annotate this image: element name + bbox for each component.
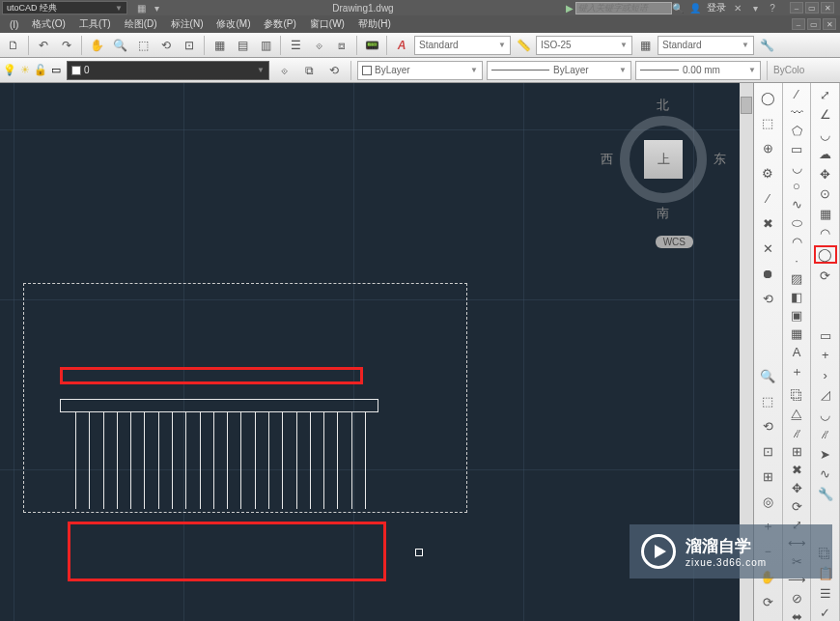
pline-button[interactable]: 〰 [785, 105, 808, 120]
layer-p-button[interactable]: ☰ [814, 585, 837, 602]
orbit-button[interactable]: ⟳ [756, 591, 779, 612]
viewcube-south[interactable]: 南 [657, 205, 669, 222]
doc-minimize-button[interactable]: – [792, 18, 805, 30]
hatch-button[interactable]: ▨ [785, 271, 808, 286]
grad-button[interactable]: ◧ [785, 290, 808, 304]
zoom-prev-button[interactable]: ⟲ [756, 415, 779, 437]
dimstyle-icon[interactable]: 📏 [513, 35, 534, 56]
menu-modify[interactable]: 修改(M) [210, 17, 256, 31]
rewind-button[interactable]: ⟲ [756, 288, 779, 309]
menu-parametric[interactable]: 参数(P) [258, 17, 301, 31]
help-dropdown-icon[interactable]: ▾ [749, 2, 761, 14]
undo-button[interactable]: ↶ [33, 35, 54, 56]
menu-help[interactable]: 帮助(H) [352, 17, 397, 31]
text-style-combo[interactable]: Standard▼ [414, 36, 511, 55]
sheet-set-button[interactable]: ▤ [232, 35, 253, 56]
layer-states-button[interactable]: ⟐ [273, 60, 294, 81]
array-button[interactable]: ⊞ [785, 444, 808, 459]
break-button[interactable]: ⊘ [785, 591, 808, 606]
lock-icon[interactable]: 🔓 [34, 64, 47, 77]
viewcube-east[interactable]: 东 [714, 151, 726, 168]
double-button[interactable]: ⫽ [814, 427, 837, 443]
layer-color-icon[interactable]: ▭ [49, 64, 63, 77]
grid-button[interactable]: ▦ [814, 206, 837, 222]
polygon-button[interactable]: ⬠ [785, 124, 808, 138]
line-button[interactable]: ∕ [785, 87, 808, 101]
curve2-button[interactable]: ∿ [814, 466, 837, 483]
close-button[interactable]: ✕ [821, 2, 834, 14]
offset-button[interactable]: ⫽ [785, 426, 808, 440]
viewcube-face-top[interactable]: 上 [644, 140, 683, 179]
bulb-icon[interactable]: 💡 [3, 64, 16, 77]
curve-button[interactable]: ◡ [814, 127, 837, 143]
wcs-badge[interactable]: WCS [656, 236, 693, 248]
radius-button[interactable]: ◠ [814, 226, 837, 242]
layer-match-button[interactable]: ⧉ [298, 60, 320, 81]
search-input[interactable] [575, 2, 672, 14]
join-button[interactable]: ⬌ [785, 609, 808, 621]
search-icon[interactable]: 🔍 [672, 2, 684, 14]
viewcube-west[interactable]: 西 [601, 151, 613, 168]
zoom-win-button[interactable]: ⬚ [756, 390, 779, 411]
tablestyle-icon[interactable]: ▦ [634, 35, 656, 56]
properties-button[interactable]: ▦ [209, 35, 230, 56]
copy-button[interactable]: ⿻ [785, 388, 808, 403]
point-button[interactable]: · [785, 253, 808, 268]
viewcube[interactable]: 上 北 南 东 西 [601, 97, 726, 222]
delete-button[interactable]: ✖ [756, 212, 779, 234]
circle-button[interactable]: ○ [785, 179, 808, 193]
record-button[interactable]: ⏺ [756, 263, 779, 284]
snap-button[interactable]: ⊙ [814, 186, 837, 203]
zoom-prev-button[interactable]: ⟲ [155, 35, 177, 56]
color-combo[interactable]: ByLayer▼ [357, 61, 483, 80]
layer-previous-button[interactable]: ⟲ [323, 60, 345, 81]
mirror-button[interactable]: ⧋ [785, 407, 808, 422]
arc2-button[interactable]: ◡ [814, 407, 837, 423]
layer-mgr-button[interactable]: ☰ [285, 35, 306, 56]
rotate-button[interactable]: ⟳ [785, 499, 808, 514]
plus-button[interactable]: + [814, 348, 837, 364]
qat-dropdown-icon[interactable]: ▾ [151, 2, 162, 14]
redo-button[interactable]: ↷ [56, 35, 77, 56]
arc-button[interactable]: ◡ [785, 160, 808, 175]
globe-button[interactable]: ⊕ [756, 137, 779, 158]
sphere-button[interactable]: ◯ [756, 87, 779, 108]
arrow-button[interactable]: ➤ [814, 446, 837, 463]
sun-icon[interactable]: ☀ [18, 64, 32, 77]
lineweight-combo[interactable]: 0.00 mm▼ [635, 61, 761, 80]
qat-icon[interactable]: ▦ [135, 2, 147, 14]
dim-style-combo[interactable]: ISO-25▼ [536, 36, 632, 55]
rect-button[interactable]: ▭ [785, 142, 808, 156]
table-button[interactable]: ▦ [785, 326, 808, 341]
angle-button[interactable]: ∠ [814, 107, 837, 124]
zoom-extents-button[interactable]: ⊡ [179, 35, 200, 56]
rotate2-button[interactable]: ⟳ [814, 268, 837, 284]
menu-i[interactable]: (I) [4, 19, 24, 30]
calc-button[interactable]: 📟 [361, 35, 382, 56]
zoom-window-button[interactable]: ⬚ [132, 35, 154, 56]
cylinder-button[interactable]: ⬚ [756, 112, 779, 133]
earc-button[interactable]: ◠ [785, 235, 808, 249]
match-p-button[interactable]: ✓ [814, 606, 837, 622]
tool-button[interactable]: 🔧 [814, 486, 837, 502]
doc-close-button[interactable]: ✕ [823, 18, 836, 30]
zoom-realtime-button[interactable]: 🔍 [109, 35, 130, 56]
cloud-button[interactable]: ☁ [814, 147, 837, 163]
login-link[interactable]: 登录 [707, 1, 726, 14]
search-play-icon[interactable]: ▶ [564, 2, 575, 14]
menu-format[interactable]: 格式(O) [26, 17, 70, 31]
viewcube-north[interactable]: 北 [657, 97, 669, 114]
style-manager-button[interactable]: 🔧 [756, 35, 777, 56]
menu-tools[interactable]: 工具(T) [73, 17, 117, 31]
menu-window[interactable]: 窗口(W) [304, 17, 350, 31]
line-button[interactable]: ∕ [756, 187, 779, 209]
region-button[interactable]: ▣ [785, 308, 808, 323]
layer-prev-button[interactable]: ⟐ [308, 35, 329, 56]
rectangle-button[interactable]: ▭ [814, 327, 837, 344]
tangent-button[interactable]: ◯ [814, 245, 837, 264]
zoom-obj-button[interactable]: ◎ [756, 491, 779, 512]
corner-button[interactable]: ◿ [814, 387, 837, 404]
ellipse-button[interactable]: ⬭ [785, 215, 808, 231]
move-button[interactable]: ✥ [785, 481, 808, 495]
doc-restore-button[interactable]: ▭ [807, 18, 821, 30]
